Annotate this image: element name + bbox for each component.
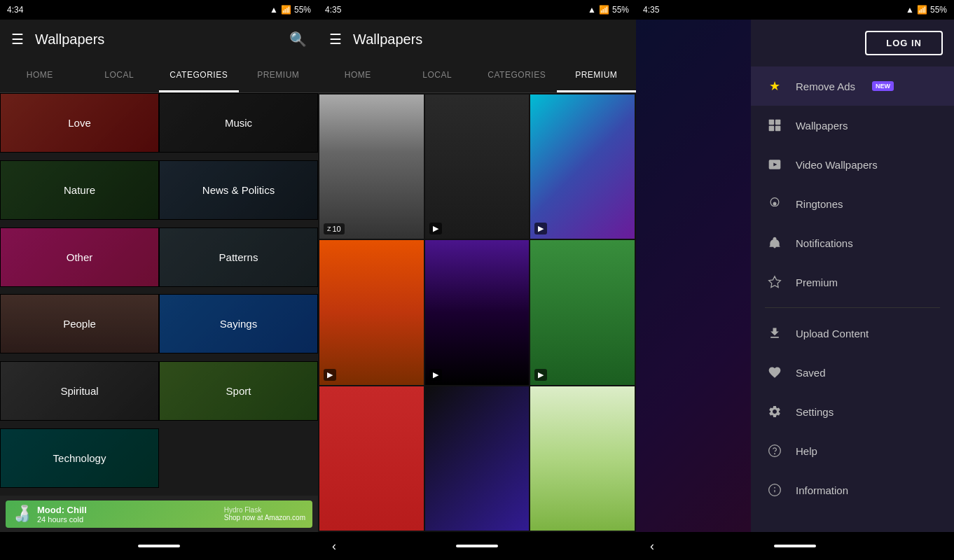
menu-item-settings[interactable]: Settings: [751, 392, 954, 431]
tab-categories-1[interactable]: CATEGORIES: [159, 59, 239, 92]
wallpaper-grid: Z10 ▶ ▶ ▶ ▶ ▶: [318, 93, 636, 532]
menu-item-wallpapers[interactable]: Wallpapers: [751, 106, 954, 145]
svg-rect-1: [775, 120, 781, 125]
svg-rect-2: [769, 126, 775, 132]
menu-item-information[interactable]: Information: [751, 470, 954, 510]
nav-bottom-1: [0, 532, 318, 560]
category-other[interactable]: Other: [0, 227, 159, 287]
menu-item-ringtones[interactable]: Ringtones: [751, 184, 954, 223]
wallpapers-icon: [765, 115, 784, 135]
tab-local-2[interactable]: LOCAL: [398, 59, 478, 92]
status-bar-2: 4:35 ▲ 📶 55%: [318, 0, 636, 20]
nav-tabs-2: HOME LOCAL CATEGORIES PREMIUM: [318, 59, 636, 93]
wallpaper-item-4[interactable]: ▶: [425, 240, 530, 384]
wallpaper-item-2[interactable]: ▶: [530, 94, 635, 239]
category-sport[interactable]: Sport: [159, 361, 318, 421]
category-news[interactable]: News & Politics: [159, 160, 318, 220]
menu-header: LOG IN: [751, 20, 954, 66]
back-arrow-3[interactable]: ‹: [650, 539, 654, 554]
premium-icon: [765, 272, 784, 292]
upload-label: Upload Content: [796, 328, 869, 340]
status-time-1: 4:34: [7, 5, 23, 15]
category-nature[interactable]: Nature: [0, 160, 159, 220]
settings-icon: [765, 402, 784, 421]
category-music[interactable]: Music: [159, 93, 318, 153]
panel-gallery: 4:35 ▲ 📶 55% ☰ Wallpapers HOME LOCAL CAT…: [318, 0, 636, 560]
tab-home-1[interactable]: HOME: [0, 59, 80, 92]
wallpaper-item-7[interactable]: [425, 386, 530, 531]
app-bar-2: ☰ Wallpapers: [318, 20, 636, 59]
tab-premium-1[interactable]: PREMIUM: [239, 59, 319, 92]
tab-categories-2[interactable]: CATEGORIES: [477, 59, 557, 92]
hamburger-icon[interactable]: ☰: [11, 31, 24, 48]
wallpapers-label: Wallpapers: [796, 120, 848, 132]
notifications-icon: [765, 233, 784, 253]
panel-categories: 4:34 ▲ 📶 55% ☰ Wallpapers 🔍 HOME LOCAL C…: [0, 0, 318, 560]
tab-home-2[interactable]: HOME: [318, 59, 398, 92]
premium-label: Premium: [796, 276, 838, 288]
information-icon: [765, 480, 784, 500]
ad-cta: Shop now at Amazon.com: [224, 514, 305, 522]
categories-grid: Love Music Nature News & Politics Other: [0, 93, 318, 496]
help-icon: [765, 441, 784, 461]
svg-point-9: [775, 454, 775, 454]
settings-label: Settings: [796, 406, 834, 418]
wallpaper-item-5[interactable]: ▶: [530, 240, 635, 384]
count-badge-0: Z10: [324, 223, 345, 234]
svg-marker-7: [769, 276, 781, 288]
star-icon: ★: [765, 76, 784, 96]
svg-point-6: [773, 202, 777, 206]
wallpaper-item-0[interactable]: Z10: [319, 94, 424, 239]
video-wallpapers-icon: [765, 155, 784, 174]
ad-banner[interactable]: 🍶 Mood: Chill 24 hours cold Hydro Flask …: [0, 496, 318, 532]
information-label: Information: [796, 484, 848, 496]
svg-rect-0: [769, 120, 775, 125]
back-arrow-2[interactable]: ‹: [332, 539, 336, 554]
wallpaper-item-8[interactable]: [530, 386, 635, 531]
upload-icon: [765, 323, 784, 343]
ad-subtext: 24 hours cold: [37, 515, 87, 524]
search-icon[interactable]: 🔍: [289, 31, 307, 48]
menu-item-saved[interactable]: Saved: [751, 353, 954, 392]
menu-item-upload[interactable]: Upload Content: [751, 314, 954, 353]
menu-item-notifications[interactable]: Notifications: [751, 223, 954, 262]
remove-ads-label: Remove Ads: [796, 80, 855, 92]
wallpaper-item-6[interactable]: [319, 386, 424, 531]
svg-rect-3: [775, 126, 781, 132]
menu-item-remove-ads[interactable]: ★ Remove Ads NEW: [751, 66, 954, 106]
play-badge-3: ▶: [324, 369, 336, 381]
home-indicator-3: [774, 545, 816, 547]
category-spiritual[interactable]: Spiritual: [0, 361, 159, 421]
menu-drawer: LOG IN ★ Remove Ads NEW Wallpapers Video…: [751, 20, 954, 532]
ringtones-icon: [765, 194, 784, 214]
menu-item-video-wallpapers[interactable]: Video Wallpapers: [751, 145, 954, 184]
play-badge-5: ▶: [534, 369, 547, 381]
category-sayings[interactable]: Sayings: [159, 294, 318, 354]
category-technology[interactable]: Technology: [0, 428, 159, 488]
login-button[interactable]: LOG IN: [865, 31, 943, 55]
status-bar-1: 4:34 ▲ 📶 55%: [0, 0, 318, 20]
category-people[interactable]: People: [0, 294, 159, 354]
tab-premium-2[interactable]: PREMIUM: [557, 59, 637, 92]
video-wallpapers-label: Video Wallpapers: [796, 159, 878, 171]
category-patterns[interactable]: Patterns: [159, 227, 318, 287]
app-bar-1: ☰ Wallpapers 🔍: [0, 20, 318, 59]
ad-headline: Mood: Chill: [37, 505, 87, 515]
menu-item-help[interactable]: Help: [751, 431, 954, 470]
tab-local-1[interactable]: LOCAL: [80, 59, 160, 92]
saved-label: Saved: [796, 367, 826, 379]
help-label: Help: [796, 445, 817, 457]
category-love[interactable]: Love: [0, 93, 159, 153]
wallpaper-item-3[interactable]: ▶: [319, 240, 424, 384]
play-badge-2: ▶: [534, 223, 547, 234]
saved-icon: [765, 363, 784, 382]
hamburger-icon-2[interactable]: ☰: [329, 31, 342, 48]
new-badge: NEW: [872, 81, 894, 91]
app-title-2: Wallpapers: [353, 31, 625, 48]
notifications-label: Notifications: [796, 237, 853, 249]
menu-item-premium[interactable]: Premium: [751, 262, 954, 302]
home-indicator-1: [138, 545, 180, 547]
wallpaper-item-1[interactable]: ▶: [425, 94, 530, 239]
svg-point-8: [769, 445, 781, 457]
panel-menu: 4:35 ▲ 📶 55% LOG IN ★ Remove Ads NEW: [636, 0, 954, 560]
